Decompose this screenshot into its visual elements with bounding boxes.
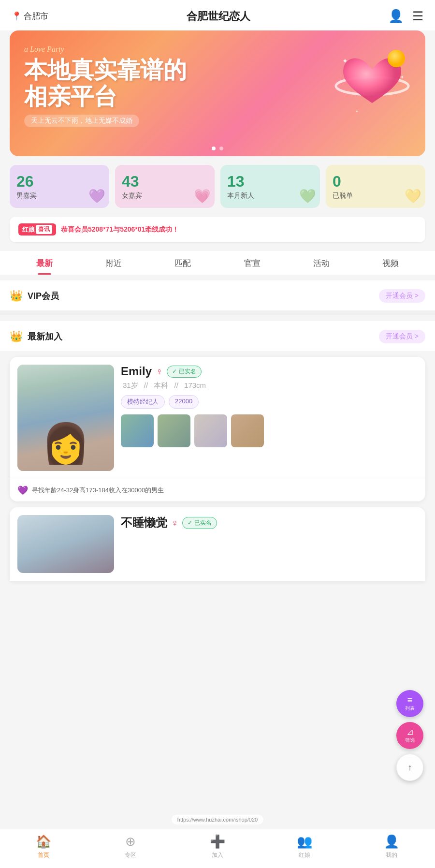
stat-icon-single: 💛 bbox=[405, 188, 421, 204]
profile-name-row-2: 不睡懒觉 ♀ ✓ 已实名 bbox=[121, 515, 418, 530]
nav-matchmaker[interactable]: 👥 红娘 bbox=[290, 834, 319, 859]
list-view-button[interactable]: ≡ 列表 bbox=[396, 690, 423, 717]
tab-activity[interactable]: 活动 bbox=[287, 251, 356, 275]
nav-home-label: 首页 bbox=[38, 851, 49, 859]
news-tag-main: 红娘 bbox=[22, 225, 35, 234]
separator-2: // bbox=[174, 381, 181, 389]
arrow-up-icon: ↑ bbox=[408, 763, 412, 772]
home-icon: 🏠 bbox=[36, 834, 51, 849]
stat-card-female[interactable]: 43 女嘉宾 💗 bbox=[115, 165, 215, 208]
photo-simulation bbox=[17, 365, 114, 471]
vip-section-title: 👑 VIP会员 bbox=[10, 290, 59, 302]
nav-mine-label: 我的 bbox=[386, 851, 397, 859]
location-button[interactable]: 📍 合肥市 bbox=[12, 11, 48, 22]
filter-icon: ⊿ bbox=[406, 728, 414, 736]
profile-card-lazy[interactable]: 不睡懒觉 ♀ ✓ 已实名 bbox=[10, 507, 425, 581]
verified-check-2: ✓ bbox=[188, 519, 192, 526]
nav-join-label: 加入 bbox=[212, 851, 223, 859]
stats-row: 26 男嘉宾 💜 43 女嘉宾 💗 13 本月新人 💚 0 已脱单 💛 bbox=[10, 165, 425, 208]
nav-mine[interactable]: 👤 我的 bbox=[377, 834, 406, 859]
stat-card-new[interactable]: 13 本月新人 💚 bbox=[220, 165, 320, 208]
profile-age: 31岁 bbox=[123, 381, 138, 389]
profile-height: 173cm bbox=[184, 381, 206, 389]
profile-photo bbox=[17, 365, 114, 471]
app-title: 合肥世纪恋人 bbox=[187, 9, 250, 24]
nav-zone[interactable]: ⊕ 专区 bbox=[116, 834, 145, 859]
news-text: 恭喜会员5208*71与5206*01牵线成功！ bbox=[61, 225, 179, 234]
banner-title-line2: 相亲平台 bbox=[24, 83, 411, 110]
news-tag-inner: 喜讯 bbox=[36, 225, 52, 234]
verified-text-2: 已实名 bbox=[194, 519, 212, 527]
banner[interactable]: a Love Party 本地真实靠谱的 相亲平台 天上无云不下雨，地上无媒不成… bbox=[10, 30, 425, 156]
profile-photo-2 bbox=[17, 515, 114, 573]
url-bar: https://www.huzhai.com/ishop/020 bbox=[172, 815, 263, 824]
newest-action-button[interactable]: 开通会员 > bbox=[379, 330, 425, 343]
nav-matchmaker-label: 红娘 bbox=[299, 851, 310, 859]
crown-icon: 👑 bbox=[10, 290, 23, 302]
list-label: 列表 bbox=[405, 705, 415, 712]
news-tag: 红娘 喜讯 bbox=[18, 223, 56, 235]
floating-buttons: ≡ 列表 ⊿ 筛选 ↑ bbox=[396, 690, 423, 781]
nav-home[interactable]: 🏠 首页 bbox=[29, 834, 58, 859]
list-icon: ≡ bbox=[407, 696, 413, 705]
scroll-top-button[interactable]: ↑ bbox=[396, 754, 423, 781]
location-icon: 📍 bbox=[12, 11, 22, 21]
crown-icon-2: 👑 bbox=[10, 330, 23, 343]
vip-action-button[interactable]: 开通会员 > bbox=[379, 289, 425, 303]
banner-dots bbox=[212, 147, 223, 150]
header-actions: 👤 ☰ bbox=[388, 9, 423, 24]
stat-card-single[interactable]: 0 已脱单 💛 bbox=[326, 165, 425, 208]
tab-nearby[interactable]: 附近 bbox=[79, 251, 148, 275]
tab-match[interactable]: 匹配 bbox=[148, 251, 218, 275]
seeking-text: 寻找年龄24-32身高173-184收入在30000的男生 bbox=[32, 486, 164, 495]
banner-desc: 天上无云不下雨，地上无媒不成婚 bbox=[24, 115, 139, 127]
profile-name-2: 不睡懒觉 bbox=[121, 515, 167, 530]
profile-details: 31岁 // 本科 // 173cm bbox=[121, 381, 418, 390]
verified-badge: ✓ 已实名 bbox=[167, 366, 202, 378]
news-bar[interactable]: 红娘 喜讯 恭喜会员5208*71与5206*01牵线成功！ bbox=[10, 217, 425, 242]
gender-icon: ♀ bbox=[156, 366, 163, 377]
stat-icon-male: 💜 bbox=[88, 188, 105, 204]
vip-section-header: 👑 VIP会员 开通会员 > bbox=[10, 289, 425, 303]
vip-section: 👑 VIP会员 开通会员 > bbox=[0, 280, 435, 310]
profile-card-emily[interactable]: Emily ♀ ✓ 已实名 31岁 // 本科 // 173cm 模特经纪人 2… bbox=[10, 357, 425, 501]
thumbnail-1[interactable] bbox=[121, 414, 154, 447]
dot-1[interactable] bbox=[212, 147, 216, 150]
profile-tags: 模特经纪人 22000 bbox=[121, 395, 418, 409]
tab-announce[interactable]: 官宣 bbox=[218, 251, 287, 275]
thumbnail-4[interactable] bbox=[231, 414, 264, 447]
thumbnail-2[interactable] bbox=[158, 414, 190, 447]
menu-icon[interactable]: ☰ bbox=[412, 9, 423, 24]
filter-label: 筛选 bbox=[405, 737, 415, 744]
seeking-icon: 💜 bbox=[17, 485, 28, 496]
profile-thumbnails bbox=[121, 414, 418, 447]
vip-title-text: VIP会员 bbox=[28, 290, 59, 302]
profile-card-bottom: 💜 寻找年龄24-32身高173-184收入在30000的男生 bbox=[10, 479, 425, 501]
banner-title: 本地真实靠谱的 相亲平台 bbox=[24, 57, 411, 110]
tab-latest[interactable]: 最新 bbox=[10, 251, 79, 275]
verified-text: 已实名 bbox=[179, 368, 196, 376]
banner-title-line1: 本地真实靠谱的 bbox=[24, 57, 411, 83]
banner-subtitle: a Love Party bbox=[24, 45, 411, 54]
stat-card-male[interactable]: 26 男嘉宾 💜 bbox=[10, 165, 109, 208]
profile-tag-job: 模特经纪人 bbox=[121, 395, 165, 409]
mine-icon: 👤 bbox=[384, 834, 399, 849]
newest-section: 👑 最新加入 开通会员 > bbox=[0, 321, 435, 351]
bottom-nav: 🏠 首页 ⊕ 专区 ➕ 加入 👥 红娘 👤 我的 bbox=[0, 829, 435, 868]
verified-badge-2: ✓ 已实名 bbox=[182, 517, 217, 529]
dot-2[interactable] bbox=[219, 147, 223, 150]
profile-edu: 本科 bbox=[154, 381, 168, 389]
stat-icon-new: 💚 bbox=[299, 188, 316, 204]
newest-title-text: 最新加入 bbox=[28, 331, 62, 342]
profile-tag-income: 22000 bbox=[169, 395, 199, 409]
profile-card-top: Emily ♀ ✓ 已实名 31岁 // 本科 // 173cm 模特经纪人 2… bbox=[10, 357, 425, 479]
profile-info-2: 不睡懒觉 ♀ ✓ 已实名 bbox=[121, 515, 418, 573]
user-icon[interactable]: 👤 bbox=[388, 9, 404, 24]
stat-icon-female: 💗 bbox=[194, 188, 211, 204]
filter-button[interactable]: ⊿ 筛选 bbox=[396, 722, 423, 749]
thumbnail-3[interactable] bbox=[194, 414, 227, 447]
tab-video[interactable]: 视频 bbox=[356, 251, 425, 275]
tabs-row: 最新 附近 匹配 官宣 活动 视频 bbox=[0, 251, 435, 275]
matchmaker-icon: 👥 bbox=[297, 834, 312, 849]
nav-join[interactable]: ➕ 加入 bbox=[203, 834, 232, 859]
